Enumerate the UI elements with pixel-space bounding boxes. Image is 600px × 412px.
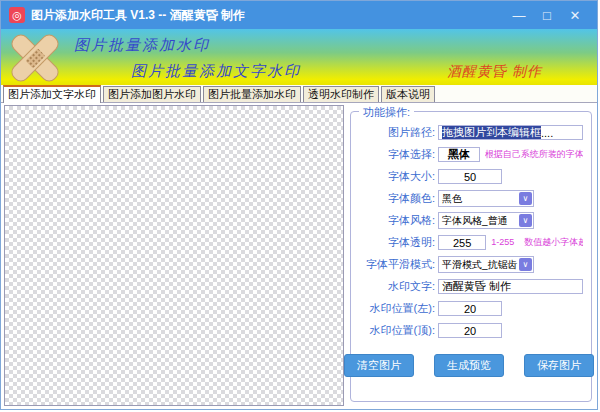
window-title: 图片添加水印工具 V1.3 -- 酒醒黄昏 制作 <box>31 7 245 24</box>
image-path-label: 图片路径: <box>355 125 438 140</box>
image-path-row: 图片路径: 拖拽图片到本编辑框.... <box>355 124 583 141</box>
font-size-label: 字体大小: <box>355 169 438 184</box>
maximize-button[interactable]: □ <box>533 8 561 23</box>
font-size-row: 字体大小: 50 <box>355 168 583 185</box>
smooth-mode-label: 字体平滑模式: <box>355 257 438 272</box>
tab-transparent-watermark[interactable]: 透明水印制作 <box>303 86 379 102</box>
position-top-label: 水印位置(顶): <box>355 323 438 338</box>
font-color-dropdown[interactable]: 黑色 ∨ <box>438 190 534 207</box>
generate-preview-button[interactable]: 生成预览 <box>434 354 504 377</box>
image-path-selected-text: 拖拽图片到本编辑框 <box>442 125 541 140</box>
chevron-down-icon[interactable]: ∨ <box>519 258 532 271</box>
watermark-text-input[interactable]: 酒醒黄昏 制作 <box>438 279 583 294</box>
image-path-input[interactable]: 拖拽图片到本编辑框.... <box>438 125 583 140</box>
tab-batch-add-watermark[interactable]: 图片批量添加水印 <box>203 86 301 102</box>
font-alpha-hint: 1-255数值越小字体越透明。 <box>491 236 583 249</box>
tab-add-image-watermark[interactable]: 图片添加图片水印 <box>103 86 201 102</box>
main-content: 功能操作: 图片路径: 拖拽图片到本编辑框.... 字体选择: 黑体 根据自己系… <box>1 103 597 409</box>
font-select-input[interactable]: 黑体 <box>438 147 480 162</box>
font-style-dropdown[interactable]: 字体风格_普通 ∨ <box>438 212 534 229</box>
font-size-input[interactable]: 50 <box>438 169 502 184</box>
chevron-down-icon[interactable]: ∨ <box>519 214 532 227</box>
font-alpha-range: 1-255 <box>491 237 514 247</box>
font-color-value: 黑色 <box>439 191 518 206</box>
banner-title-line2: 图片批量添加文字水印 <box>131 62 301 81</box>
position-left-label: 水印位置(左): <box>355 301 438 316</box>
font-alpha-row: 字体透明: 255 1-255数值越小字体越透明。 <box>355 234 583 251</box>
app-icon: ◎ <box>9 7 25 23</box>
watermark-text-row: 水印文字: 酒醒黄昏 制作 <box>355 278 583 295</box>
tab-version-info[interactable]: 版本说明 <box>381 86 435 102</box>
bandaid-icon <box>9 32 59 82</box>
font-color-row: 字体颜色: 黑色 ∨ <box>355 190 583 207</box>
font-select-hint: 根据自己系统所装的字体自行输入吧。 <box>485 148 583 161</box>
font-select-label: 字体选择: <box>355 147 438 162</box>
minimize-button[interactable]: — <box>505 8 533 23</box>
tab-bar: 图片添加文字水印 图片添加图片水印 图片批量添加水印 透明水印制作 版本说明 <box>1 85 597 103</box>
font-style-row: 字体风格: 字体风格_普通 ∨ <box>355 212 583 229</box>
image-preview-area[interactable] <box>4 105 344 406</box>
font-alpha-label: 字体透明: <box>355 235 438 250</box>
position-top-input[interactable]: 20 <box>438 323 502 338</box>
banner-title-line1: 图片批量添加水印 <box>74 36 210 55</box>
font-alpha-hint-text: 数值越小字体越透明。 <box>524 237 583 247</box>
tab-add-text-watermark[interactable]: 图片添加文字水印 <box>3 85 101 103</box>
position-top-row: 水印位置(顶): 20 <box>355 322 583 339</box>
smooth-mode-row: 字体平滑模式: 平滑模式_抗锯齿 ∨ <box>355 256 583 273</box>
action-buttons: 清空图片 生成预览 保存图片 <box>355 354 583 377</box>
close-button[interactable]: ✕ <box>561 8 589 23</box>
chevron-down-icon[interactable]: ∨ <box>519 192 532 205</box>
banner-credit: 酒醒黄昏 制作 <box>447 63 542 81</box>
title-bar: ◎ 图片添加水印工具 V1.3 -- 酒醒黄昏 制作 — □ ✕ <box>1 1 597 29</box>
font-style-label: 字体风格: <box>355 213 438 228</box>
window-controls: — □ ✕ <box>505 8 589 23</box>
clear-image-button[interactable]: 清空图片 <box>344 354 414 377</box>
banner: 图片批量添加水印 图片批量添加文字水印 酒醒黄昏 制作 <box>1 29 597 85</box>
function-groupbox: 功能操作: 图片路径: 拖拽图片到本编辑框.... 字体选择: 黑体 根据自己系… <box>350 111 592 402</box>
save-image-button[interactable]: 保存图片 <box>524 354 594 377</box>
watermark-text-label: 水印文字: <box>355 279 438 294</box>
image-path-rest-text: .... <box>541 127 553 139</box>
operations-panel: 功能操作: 图片路径: 拖拽图片到本编辑框.... 字体选择: 黑体 根据自己系… <box>348 105 594 406</box>
font-color-label: 字体颜色: <box>355 191 438 206</box>
font-select-row: 字体选择: 黑体 根据自己系统所装的字体自行输入吧。 <box>355 146 583 163</box>
font-style-value: 字体风格_普通 <box>439 213 518 228</box>
smooth-mode-value: 平滑模式_抗锯齿 <box>439 257 518 272</box>
app-window: ◎ 图片添加水印工具 V1.3 -- 酒醒黄昏 制作 — □ ✕ 图片批量添加水… <box>0 0 598 410</box>
groupbox-legend: 功能操作: <box>359 105 414 120</box>
position-left-input[interactable]: 20 <box>438 301 502 316</box>
font-alpha-input[interactable]: 255 <box>438 235 486 250</box>
position-left-row: 水印位置(左): 20 <box>355 300 583 317</box>
smooth-mode-dropdown[interactable]: 平滑模式_抗锯齿 ∨ <box>438 256 534 273</box>
